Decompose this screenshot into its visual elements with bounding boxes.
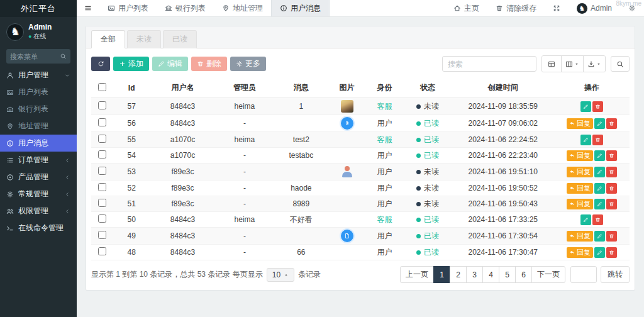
page-jump-input[interactable] [570,266,597,283]
row-identity-cell: 用户 [366,115,404,132]
sidebar-item-0[interactable]: 用户管理 [0,67,77,84]
row-delete-button[interactable] [606,247,617,258]
sidebar-item-1[interactable]: 订单管理 [0,152,77,169]
topnav-tab-0[interactable]: 用户列表 [99,0,157,16]
reply-button[interactable]: 回复 [567,167,593,177]
toggle-view-button[interactable] [542,56,561,72]
row-delete-button[interactable] [606,118,617,129]
table-footer: 显示第 1 到第 10 条记录，总共 53 条记录 每页显示 10 条记录 上一… [91,260,630,290]
row-edit-button[interactable] [594,150,605,161]
row-delete-button[interactable] [592,214,603,225]
fullscreen-button[interactable] [545,0,569,16]
row-delete-button[interactable] [606,231,617,242]
sidebar-subitem-3[interactable]: 用户消息 [0,135,77,152]
reply-button[interactable]: 回复 [567,183,593,194]
columns-button[interactable] [561,56,583,72]
sidebar-item-4[interactable]: 权限管理 [0,203,77,220]
page-button-1[interactable]: 1 [433,266,450,283]
info-icon [6,140,14,147]
page-button-6[interactable]: 6 [515,266,532,283]
select-all-checkbox[interactable] [98,83,106,91]
topnav-tab-2[interactable]: 地址管理 [214,0,271,16]
row-checkbox[interactable] [98,135,106,143]
row-select-cell [91,228,113,245]
row-delete-button[interactable] [592,135,603,145]
row-checkbox[interactable] [98,118,106,126]
topnav-tab-3[interactable]: 用户消息 [271,0,330,16]
page-button-4[interactable]: 4 [482,266,499,283]
prev-page-button[interactable]: 上一页 [400,266,434,283]
row-checkbox[interactable] [98,247,106,255]
row-checkbox[interactable] [98,101,106,109]
user-photo-thumbnail[interactable] [341,100,353,113]
row-delete-button[interactable] [606,167,617,177]
status-dot [416,153,421,158]
reply-button[interactable]: 回复 [567,118,593,129]
row-edit-button[interactable] [594,199,605,209]
refresh-button[interactable] [91,57,110,71]
page-button-5[interactable]: 5 [499,266,516,283]
row-checkbox[interactable] [98,231,106,239]
sidebar-item-5[interactable]: 在线命令管理 [0,220,77,236]
attachment-icon[interactable] [341,117,353,130]
page-jump-button[interactable]: 跳转 [601,266,630,283]
delete-button[interactable]: 删除 [191,57,227,71]
table-search-input[interactable] [442,56,536,72]
row-edit-button[interactable] [594,118,605,129]
user-menu[interactable]: ♞Admin [569,0,620,16]
topnav-tab-1[interactable]: 银行列表 [157,0,214,16]
reply-button[interactable]: 回复 [567,150,593,161]
more-button[interactable]: 更多 [230,57,266,71]
sidebar-subitem-1[interactable]: 银行列表 [0,101,77,118]
sidebar-subitem-2[interactable]: 地址管理 [0,118,77,135]
row-delete-button[interactable] [606,150,617,161]
row-checkbox[interactable] [98,199,106,207]
row-delete-button[interactable] [592,101,603,112]
reply-button[interactable]: 回复 [567,247,593,258]
sidebar-subitem-0[interactable]: 用户列表 [0,84,77,101]
search-icon[interactable] [60,53,67,60]
filter-tab-0[interactable]: 全部 [91,30,125,48]
next-page-button[interactable]: 下一页 [531,266,565,283]
row-checkbox[interactable] [98,150,106,158]
row-edit-button[interactable] [580,101,591,112]
row-edit-button[interactable] [594,167,605,177]
page-button-2[interactable]: 2 [450,266,467,283]
row-checkbox[interactable] [98,214,106,223]
row-id: 55 [113,132,150,148]
search-button[interactable] [611,56,630,72]
reply-icon [569,186,575,191]
row-delete-button[interactable] [606,199,617,209]
page-button-3[interactable]: 3 [466,266,483,283]
row-edit-button[interactable] [594,247,605,258]
row-checkbox[interactable] [98,183,106,191]
home-link[interactable]: 主页 [445,0,487,16]
edit-button[interactable]: 编辑 [152,57,188,71]
sidebar-search-input[interactable] [10,53,60,60]
sidebar-item-2[interactable]: 产品管理 [0,169,77,186]
sidebar-item-3[interactable]: 常规管理 [0,186,77,203]
row-edit-button[interactable] [594,231,605,242]
status-badge: 未读 [416,199,439,209]
clear-cache-link[interactable]: 清除缓存 [487,0,545,16]
row-edit-button[interactable] [594,183,605,194]
default-avatar-icon[interactable] [341,165,353,178]
image-icon [108,4,115,12]
row-checkbox[interactable] [98,167,106,175]
add-button[interactable]: 添加 [113,57,149,71]
hamburger-button[interactable] [77,0,99,16]
reply-button[interactable]: 回复 [567,231,593,242]
row-delete-button[interactable] [606,183,617,194]
row-edit-button[interactable] [580,214,591,225]
reply-button[interactable]: 回复 [567,199,593,209]
filter-tab-2[interactable]: 已读 [163,30,197,48]
page-size-select[interactable]: 10 [267,268,294,282]
filter-tab-1[interactable]: 未读 [127,30,161,48]
row-edit-button[interactable] [580,135,591,145]
export-button[interactable] [583,56,605,72]
image-icon [6,89,14,96]
user-name: Admin [28,23,52,32]
file-icon[interactable] [341,230,353,242]
sidebar-item-label: 常规管理 [18,189,48,199]
watermark: 8kym.me [616,0,641,8]
